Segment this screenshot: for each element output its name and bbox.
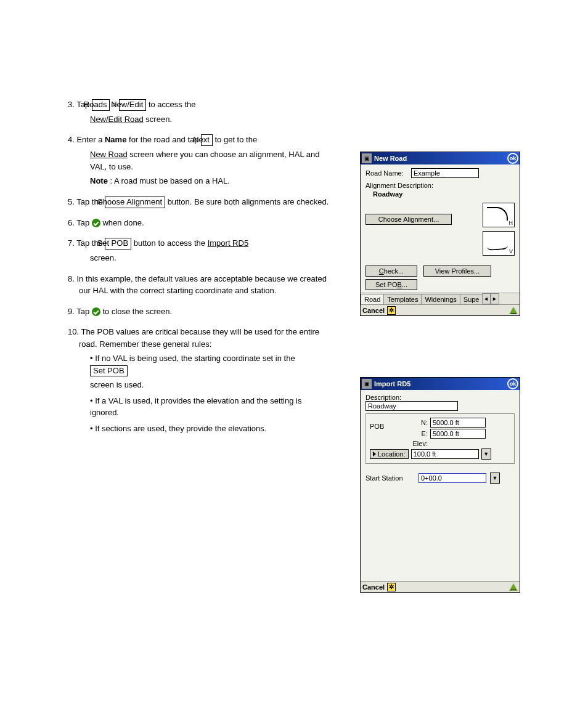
alignment-desc-value: Roadway xyxy=(365,190,515,198)
text: 4. Enter a xyxy=(68,135,105,144)
tab-strip: Road Templates Widenings Supe ◄ ► xyxy=(361,293,520,304)
instruction-text: 3. Tap Roads > New/Edit to access the Ne… xyxy=(62,99,333,437)
road-name-label: Road Name: xyxy=(365,169,404,177)
text: when done. xyxy=(102,218,144,227)
tab-templates[interactable]: Templates xyxy=(383,294,422,304)
new-road-link: New Road xyxy=(90,150,128,159)
new-edit-road-link: New/Edit Road xyxy=(90,115,144,124)
status-bar: Cancel ✲ xyxy=(361,304,520,315)
check-icon xyxy=(92,219,100,227)
choose-alignment-box: Choose Alignment xyxy=(105,197,165,208)
app-icon: ▣ xyxy=(362,153,372,163)
text: 9. Tap xyxy=(68,307,92,316)
start-station-input[interactable]: 0+00.0 xyxy=(419,473,486,483)
text: • If a VAL is used, it provides the elev… xyxy=(90,396,301,418)
road-name-input[interactable]: Example xyxy=(411,168,479,178)
star-icon[interactable]: ✲ xyxy=(387,306,396,315)
elev-label: Elev: xyxy=(404,440,428,447)
text: Note xyxy=(90,176,108,185)
status-bar: Cancel ✲ xyxy=(361,581,520,592)
elevation-input[interactable]: 100.0 ft xyxy=(411,449,479,459)
tab-super[interactable]: Supe xyxy=(460,294,483,304)
ok-button[interactable]: ok xyxy=(507,378,518,389)
text: • If sections are used, they provide the… xyxy=(90,424,266,433)
window-title: New Road xyxy=(374,155,507,162)
text: for the road and tap xyxy=(129,135,201,144)
text: • If no VAL is being used, the starting … xyxy=(90,354,295,363)
text: button. Be sure both alignments are chec… xyxy=(168,197,329,206)
next-box: Next xyxy=(201,134,213,146)
new-road-dialog: ▣ New Road ok Road Name: Example Alignme… xyxy=(360,152,520,316)
easting-input[interactable]: 5000.0 ft xyxy=(430,429,486,439)
tab-road[interactable]: Road xyxy=(361,294,384,304)
alignment-desc-label: Alignment Description: xyxy=(365,182,515,189)
h-label: H xyxy=(509,220,513,226)
window-title: Import RD5 xyxy=(374,380,507,387)
app-icon: ▣ xyxy=(362,379,372,389)
tab-scroll-right-icon[interactable]: ► xyxy=(491,293,499,304)
cancel-button[interactable]: Cancel xyxy=(362,307,385,314)
import-rd5-dialog: ▣ Import RD5 ok Description: Roadway POB… xyxy=(360,377,520,593)
set-pob-box: Set POB xyxy=(105,238,131,249)
dropdown-icon[interactable]: ▼ xyxy=(481,448,491,460)
text: button to access the xyxy=(134,238,208,248)
description-input[interactable]: Roadway xyxy=(365,401,458,411)
vertical-profile-thumb[interactable]: V xyxy=(483,231,515,256)
text: to access the xyxy=(149,100,196,109)
v-label: V xyxy=(509,248,513,254)
text: 10. The POB values are critical because … xyxy=(68,327,319,349)
text: screen. xyxy=(145,115,172,124)
text: 6. Tap xyxy=(68,218,92,227)
horizontal-profile-thumb[interactable]: H xyxy=(483,203,515,227)
cancel-button[interactable]: Cancel xyxy=(362,583,385,591)
newedit-box: New/Edit xyxy=(119,99,146,111)
location-button[interactable]: Location: xyxy=(370,449,409,459)
import-rd5-link: Import RD5 xyxy=(208,238,248,248)
description-label: Description: xyxy=(365,394,515,401)
triangle-icon[interactable] xyxy=(509,583,518,591)
northing-input[interactable]: 5000.0 ft xyxy=(430,418,486,428)
text: to close the screen. xyxy=(102,307,172,316)
choose-alignment-button[interactable]: Choose Alignment... xyxy=(365,214,452,225)
check-icon xyxy=(92,307,100,316)
titlebar: ▣ Import RD5 ok xyxy=(361,378,520,390)
pob-label: POB xyxy=(370,416,404,448)
pob-group: POB N: 5000.0 ft E: 5000.0 ft Elev: xyxy=(365,413,515,464)
text: screen. xyxy=(90,253,116,262)
titlebar: ▣ New Road ok xyxy=(361,152,520,164)
tab-widenings[interactable]: Widenings xyxy=(421,294,460,304)
start-station-label: Start Station xyxy=(365,474,415,482)
text: : A road must be based on a HAL. xyxy=(110,176,230,185)
set-pob-button[interactable]: Set POB... xyxy=(365,279,417,290)
e-label: E: xyxy=(404,430,428,437)
ok-button[interactable]: ok xyxy=(507,153,518,164)
star-icon[interactable]: ✲ xyxy=(387,583,396,591)
tab-scroll-left-icon[interactable]: ◄ xyxy=(482,293,491,304)
text: Name xyxy=(105,135,126,144)
dropdown-icon[interactable]: ▼ xyxy=(490,473,500,484)
check-button[interactable]: Check... xyxy=(365,266,417,277)
roads-box: Roads xyxy=(92,99,110,111)
triangle-icon[interactable] xyxy=(509,307,518,314)
view-profiles-button[interactable]: View Profiles... xyxy=(423,266,491,277)
text: screen is used. xyxy=(90,380,144,389)
n-label: N: xyxy=(404,419,428,426)
set-pob-box: Set POB xyxy=(90,365,128,377)
text: to get to the xyxy=(214,135,257,144)
text: 8. In this example, the default values a… xyxy=(68,274,327,296)
